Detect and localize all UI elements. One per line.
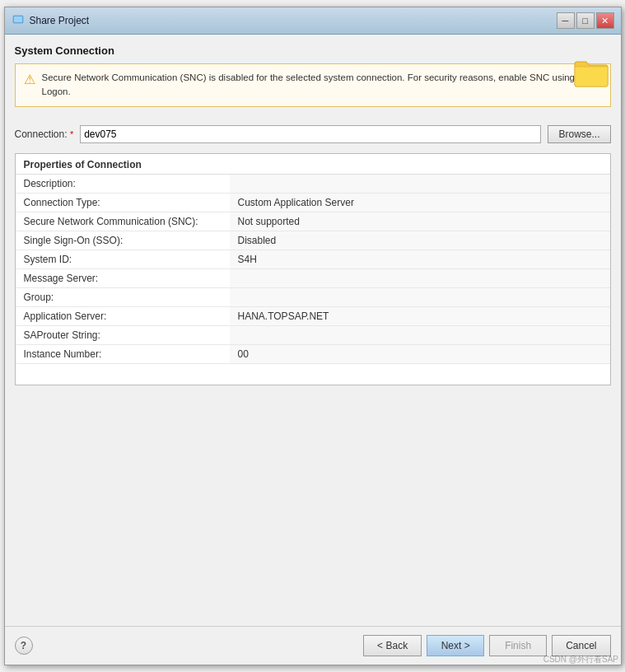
cancel-button[interactable]: Cancel bbox=[552, 635, 610, 656]
window-icon bbox=[12, 14, 25, 27]
prop-value: HANA.TOPSAP.NET bbox=[230, 306, 610, 325]
maximize-button[interactable]: □ bbox=[576, 12, 595, 29]
table-row: Connection Type: Custom Application Serv… bbox=[16, 193, 610, 212]
properties-title: Properties of Connection bbox=[16, 154, 610, 175]
window-title: Share Project bbox=[30, 15, 90, 26]
finish-button[interactable]: Finish bbox=[489, 635, 547, 656]
table-row: SAProuter String: bbox=[16, 325, 610, 344]
footer-buttons: < Back Next > Finish Cancel bbox=[363, 635, 610, 656]
prop-value bbox=[230, 325, 610, 344]
prop-label: System ID: bbox=[16, 250, 230, 268]
title-bar: Share Project ─ □ ✕ bbox=[5, 7, 621, 35]
connection-row: Connection: * Browse... bbox=[15, 125, 611, 143]
table-row: Description: bbox=[16, 175, 610, 194]
prop-label: SAProuter String: bbox=[16, 325, 230, 344]
prop-value bbox=[230, 287, 610, 306]
svg-rect-1 bbox=[14, 16, 22, 22]
prop-label: Instance Number: bbox=[16, 344, 230, 363]
footer-left: ? bbox=[15, 637, 33, 655]
prop-label: Description: bbox=[16, 175, 230, 194]
prop-value: S4H bbox=[230, 250, 610, 268]
content-area: System Connection ⚠ Secure Network Commu… bbox=[5, 35, 621, 626]
warning-text: Secure Network Communication (SNC) is di… bbox=[42, 71, 602, 100]
properties-section: Properties of Connection Description: Co… bbox=[15, 153, 611, 385]
section-title: System Connection bbox=[15, 44, 611, 57]
browse-button[interactable]: Browse... bbox=[548, 125, 610, 143]
prop-label: Connection Type: bbox=[16, 193, 230, 212]
prop-label: Secure Network Communication (SNC): bbox=[16, 212, 230, 231]
prop-value: Custom Application Server bbox=[230, 193, 610, 212]
table-row: Group: bbox=[16, 287, 610, 306]
prop-value: 00 bbox=[230, 344, 610, 363]
table-row: Secure Network Communication (SNC): Not … bbox=[16, 212, 610, 231]
table-row: Single Sign-On (SSO): Disabled bbox=[16, 231, 610, 250]
next-button[interactable]: Next > bbox=[427, 635, 484, 656]
prop-label: Single Sign-On (SSO): bbox=[16, 231, 230, 250]
title-controls: ─ □ ✕ bbox=[557, 12, 614, 29]
properties-table: Description: Connection Type: Custom App… bbox=[16, 175, 610, 364]
table-row: Message Server: bbox=[16, 268, 610, 287]
warning-icon: ⚠ bbox=[24, 72, 35, 87]
prop-label: Group: bbox=[16, 287, 230, 306]
prop-label: Message Server: bbox=[16, 268, 230, 287]
folder-icon bbox=[571, 55, 611, 90]
warning-area: ⚠ Secure Network Communication (SNC) is … bbox=[15, 63, 611, 117]
prop-label: Application Server: bbox=[16, 306, 230, 325]
minimize-button[interactable]: ─ bbox=[557, 12, 575, 29]
back-button[interactable]: < Back bbox=[363, 635, 422, 656]
table-row: Application Server: HANA.TOPSAP.NET bbox=[16, 306, 610, 325]
prop-value bbox=[230, 268, 610, 287]
footer: ? < Back Next > Finish Cancel bbox=[5, 626, 621, 665]
main-window: Share Project ─ □ ✕ System Connection ⚠ … bbox=[4, 7, 622, 665]
table-row: System ID: S4H bbox=[16, 250, 610, 268]
connection-input[interactable] bbox=[80, 125, 541, 143]
table-row: Instance Number: 00 bbox=[16, 344, 610, 363]
required-star: * bbox=[70, 129, 73, 139]
connection-label: Connection: * bbox=[15, 128, 74, 140]
prop-value: Not supported bbox=[230, 212, 610, 231]
prop-value: Disabled bbox=[230, 231, 610, 250]
close-button[interactable]: ✕ bbox=[596, 12, 614, 29]
prop-value bbox=[230, 175, 610, 194]
warning-box: ⚠ Secure Network Communication (SNC) is … bbox=[15, 63, 611, 107]
title-bar-left: Share Project bbox=[12, 14, 90, 27]
help-button[interactable]: ? bbox=[15, 637, 33, 655]
